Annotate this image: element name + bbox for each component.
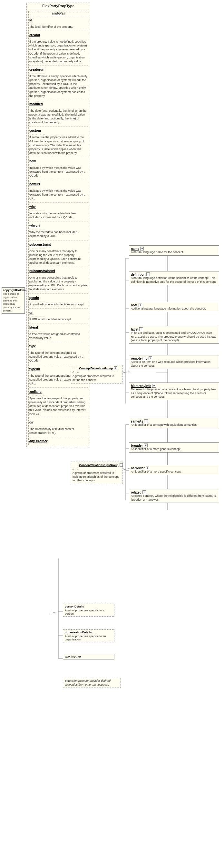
svg-text:0...∞: 0...∞ — [50, 611, 55, 614]
attributes-title: attributes — [29, 11, 88, 16]
attr-xmllang-name: xmllang — [29, 390, 42, 394]
attr-type-dots: ............ — [29, 348, 87, 351]
element-name-box: name + A natural language name for the c… — [129, 245, 219, 256]
note-desc: Additional natural language information … — [131, 307, 217, 311]
broader-desc: An identifier of a more generic concept. — [131, 447, 217, 451]
attr-uri-desc: A URI which identifies a concept. — [29, 317, 87, 321]
attr-pubconstraint-desc: One or many constraints that apply to pu… — [29, 249, 87, 265]
attr-id: id ............ The local identifier of … — [29, 18, 88, 29]
attr-qcode-desc: A qualified code which identifies a conc… — [29, 303, 87, 306]
sameas-element-label: sameAs — [131, 420, 143, 423]
remoteinfo-desc: A link to an item or a web resource whic… — [131, 360, 217, 368]
name-element-label: name — [131, 247, 139, 250]
concept-def-title: ConceptDefinitionGroup — [79, 367, 113, 370]
attr-id-dots: ............ — [29, 22, 87, 25]
element-note-box: note + Additional natural language infor… — [129, 302, 219, 312]
related-badge: + — [143, 490, 146, 494]
name-badge: + — [140, 247, 144, 250]
facet-desc: In hx 1.8 and later, facet is deprecated… — [131, 331, 217, 342]
attr-custom-desc: If set to true the property was added to… — [29, 135, 87, 155]
copyright-holder-title: copyrightHolder — [3, 288, 24, 292]
attr-qcode-dots: ............ — [29, 300, 87, 303]
broader-element-label: broader — [131, 444, 143, 447]
attr-any-other: any ##other — [29, 438, 88, 443]
concept-def-connector-dots: ..... — [73, 367, 78, 370]
attr-id-name: id — [29, 19, 32, 22]
attr-dir-dots: ............ — [29, 424, 87, 427]
facet-badge: + — [139, 327, 143, 331]
attr-modified-dots: ............ — [29, 106, 87, 109]
attr-type: type ............ The type of the concep… — [29, 343, 88, 363]
attr-uri-dots: ............ — [29, 314, 87, 317]
hierarchyinfo-badge: + — [152, 384, 156, 388]
attr-how-desc: Indicates by which means the value was e… — [29, 166, 87, 178]
sameas-badge: + — [144, 419, 148, 423]
remoteinfo-element-label: remoteInfo — [131, 357, 148, 360]
narrower-badge: + — [146, 466, 149, 470]
element-narrower-box: narrower + An identifier of a more speci… — [129, 465, 219, 475]
attr-modified-desc: The date (and, optionally, the time) whe… — [29, 109, 87, 125]
attr-pubconstrainturi-desc: One or many constraints that apply to pu… — [29, 276, 87, 291]
attr-modified-name: modified — [29, 102, 43, 106]
attr-howuri-name: howuri — [29, 182, 40, 186]
attr-creator-desc: If the property value is not defined, sp… — [29, 40, 87, 63]
attr-pubconstraint-dots: ............ — [29, 246, 87, 249]
element-sameas-box: sameAs + An identifier of a concept with… — [129, 418, 219, 428]
attr-creator: creator ............ If the property val… — [29, 32, 88, 64]
attr-howuri-dots: ............ — [29, 186, 87, 189]
attr-why: why ............ Indicates why the metad… — [29, 204, 88, 220]
definition-badge: + — [146, 273, 150, 276]
attr-xmllang-desc: Specifies the language of this property … — [29, 396, 87, 416]
attr-literal-desc: A free-text value assigned as controlled… — [29, 332, 87, 340]
broader-badge: + — [144, 443, 147, 447]
copyright-holder-box: copyrightHolder The person or organisati… — [2, 287, 25, 314]
attr-pubconstrainturi-name: pubconstrainturi — [29, 269, 55, 273]
attr-pubconstrainturi-dots: ............ — [29, 273, 87, 276]
concept-def-multiplicity: 0...∞ — [73, 371, 121, 374]
attr-why-dots: ............ — [29, 209, 87, 211]
attr-how-name: how — [29, 159, 36, 163]
definition-element-label: definition — [131, 273, 145, 276]
attr-uri-name: uri — [29, 311, 34, 314]
attr-typeuri-name: typeuri — [29, 367, 40, 371]
attr-pubconstraint-name: pubconstraint — [29, 243, 51, 246]
attr-literal-name: literal — [29, 326, 38, 329]
element-remoteinfo-box: remoteInfo + A link to an item or a web … — [129, 355, 219, 369]
attr-dir: dir ............ The directionality of t… — [29, 420, 88, 435]
concept-def-badge: + — [114, 366, 117, 370]
element-definition-box: definition + A natural language definiti… — [129, 271, 219, 285]
extension-point-box: Extension point for provider-defined pro… — [63, 678, 121, 688]
attr-creator-name: creator — [29, 33, 40, 37]
attr-modified: modified ............ The date (and, opt… — [29, 101, 88, 125]
note-element-label: note — [131, 303, 138, 307]
attr-id-desc: The local identifier of the property. — [29, 25, 87, 29]
sameas-desc: An identifier of a concept with equivale… — [131, 423, 217, 427]
person-details-title: personDetails — [65, 605, 112, 608]
attr-howuri-desc: Indicates by which means the value was e… — [29, 189, 87, 200]
attr-whyuri-dots: ............ — [29, 227, 87, 230]
svg-text:0...∞: 0...∞ — [123, 370, 129, 373]
element-hierarchyinfo-box: hierarchyInfo + Represents the position … — [129, 382, 219, 400]
attr-dir-desc: The directionality of textual content (e… — [29, 427, 87, 435]
person-details-box: personDetails A set of properties specif… — [63, 603, 114, 617]
facet-element-label: facet — [131, 328, 138, 331]
concept-rel-connector-dots: ..... — [73, 464, 78, 467]
main-type-title: FlexPartyPropType — [27, 3, 90, 9]
any-other-element-title: any ##other — [65, 655, 112, 658]
concept-rel-title: ConceptRelationshipsGroup — [79, 464, 119, 467]
attr-pubconstrainturi: pubconstrainturi ............ One or man… — [29, 268, 88, 292]
attr-type-name: type — [29, 344, 36, 348]
attr-xmllang: xmllang ............ Specifies the langu… — [29, 389, 88, 417]
hierarchyinfo-element-label: hierarchyInfo — [131, 384, 151, 388]
concept-rel-badge: + — [120, 463, 123, 467]
attr-creator-dots: ............ — [29, 37, 87, 40]
attr-creatoruri-desc: If the attribute is empty, specifies whi… — [29, 74, 87, 98]
attr-xmllang-dots: ............ — [29, 394, 87, 396]
narrower-desc: An identifier of a more specific concept… — [131, 470, 217, 474]
organisation-details-title: organisationDetails — [65, 631, 112, 634]
attr-howuri: howuri ............ Indicates by which m… — [29, 181, 88, 201]
element-broader-box: broader + An identifier of a more generi… — [129, 442, 219, 453]
attr-whyuri-name: whyuri — [29, 224, 40, 227]
attr-literal: literal ............ A free-text value a… — [29, 325, 88, 341]
attr-custom-dots: ............ — [29, 132, 87, 135]
